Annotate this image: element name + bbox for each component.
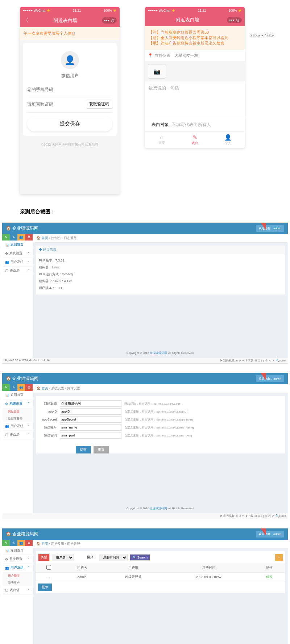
reset-button[interactable]: 重置: [94, 446, 109, 453]
status-right: 100% ⚡: [103, 9, 117, 12]
sb-btn-3[interactable]: 👥: [17, 234, 25, 241]
delete-button[interactable]: 删除: [38, 584, 52, 591]
message-textarea[interactable]: 最想说的一句话: [145, 81, 245, 118]
status-time: 11:21: [73, 9, 81, 12]
tab-profile[interactable]: 👤个人: [211, 134, 245, 146]
config-input[interactable]: [60, 408, 121, 415]
menu-pill[interactable]: •••◎: [102, 17, 117, 24]
phone-screenshot-1: ●●●●● WeChat ⚡ 11:21 100% ⚡ 〈 附近表白墙 •••◎…: [20, 7, 120, 194]
notice-banner: 第一次发布需要填写个人信息: [20, 27, 120, 40]
config-input[interactable]: [60, 416, 121, 423]
info-row: 服务器IP：47.97.4.172: [39, 278, 282, 285]
admin-screenshot-3: 🏠 企业猫源码网 欢迎光临，admin ✎✎👥⚙ 📊返回首页 ⚙系统设置˅ 👥用…: [2, 528, 288, 644]
sidebar-item-wall[interactable]: 🖵表白墙˅: [2, 431, 33, 439]
page-title: 附近表白墙: [29, 17, 102, 24]
sb-btn-4[interactable]: ⚙: [25, 234, 33, 241]
camera-icon: 📷: [153, 68, 161, 75]
config-input[interactable]: [60, 432, 121, 439]
sidebar: ✎✎👥⚙ 📊返回首页 ⚙系统设置˅ 网站设置 数据库备份 👥用户及组˅ 🖵表白墙…: [2, 384, 33, 513]
monitor-icon: 🖵: [5, 433, 8, 437]
info-row: PHP运行方式：fpm-fcgi: [39, 271, 282, 278]
code-input[interactable]: [27, 102, 86, 107]
copyright: ©2022 天环网络科技有限公司 版权所有: [20, 139, 120, 151]
sidebar-item-system[interactable]: ⚙系统设置˅: [2, 555, 33, 564]
back-icon[interactable]: 〈: [23, 17, 29, 24]
admin-screenshot-2: 🏠 企业猫源码网 欢迎光临，admin ✎✎👥⚙ 📊返回首页 ⚙系统设置˅ 网站…: [2, 373, 288, 519]
user-select[interactable]: 用户名: [52, 554, 74, 561]
sidebar-sub-adduser[interactable]: 新增用户: [2, 579, 33, 586]
edit-icon: ✎: [178, 134, 212, 141]
sidebar-item-users[interactable]: 👥用户及组˅: [2, 564, 33, 572]
user-badge[interactable]: 欢迎光临，admin: [256, 531, 284, 538]
camera-upload[interactable]: 📷: [148, 64, 166, 79]
sort-select[interactable]: 注册时间升: [99, 554, 128, 561]
avatar: 👤: [61, 51, 79, 69]
pin-icon: 📍: [148, 53, 153, 58]
tab-home[interactable]: ⌂首页: [145, 134, 178, 146]
monitor-icon: 🖵: [5, 589, 8, 592]
config-input[interactable]: [60, 424, 121, 431]
sidebar-item-users[interactable]: 👥用户及组˅: [2, 258, 33, 267]
tab-confess[interactable]: ✎表白: [178, 134, 212, 146]
gear-icon: ⚙: [5, 402, 8, 406]
table-row: --admin超级管理员2022-09-06 10:57修改: [36, 573, 285, 581]
monitor-icon: 🖵: [5, 269, 8, 273]
page-title: 附近表白墙: [148, 17, 227, 23]
sidebar-item-system[interactable]: ⚙系统设置˅: [2, 249, 33, 258]
username: 微信用户: [27, 73, 112, 79]
target-icon: ◎: [236, 18, 240, 22]
dashboard-icon: 📊: [5, 549, 9, 552]
dots-icon: •••: [104, 18, 109, 23]
info-row: PHP版本：7.3.31: [39, 257, 282, 264]
sidebar-item-users[interactable]: 👥用户及组˅: [2, 422, 33, 431]
user-icon: 👤: [211, 134, 245, 141]
search-button[interactable]: 🔍 Search: [130, 554, 150, 561]
brand: 🏠 企业猫源码网: [6, 531, 38, 537]
sb-btn-2[interactable]: ✎: [10, 234, 17, 241]
get-code-button[interactable]: 获取验证码: [86, 100, 112, 109]
breadcrumb: 🏠 首页 › 用户及组 › 用户管理: [33, 540, 288, 548]
sb-btn-1[interactable]: ✎: [2, 234, 10, 241]
admin-header: 🏠 企业猫源码网 欢迎光临，admin: [2, 373, 288, 384]
breadcrumb: 🏠 首页 › 控制台 › 日志番号: [33, 234, 288, 243]
target-row[interactable]: 表白对象不填写代表向所有人: [145, 118, 245, 131]
status-left: ●●●●● WeChat ⚡: [23, 9, 50, 12]
phone-screenshot-2: ●●●●● WeChat ⚡ 11:21 100% ⚡ 附近表白墙 •••◎ 【…: [145, 7, 245, 148]
status-bar: ●●●●● WeChat ⚡ 11:21 100% ⚡: [145, 7, 245, 14]
type-button[interactable]: 类型: [38, 553, 50, 561]
add-button[interactable]: +: [275, 554, 283, 561]
info-row: 程序版本：1.0.1: [39, 285, 282, 292]
gear-icon: ⚙: [5, 252, 8, 255]
sidebar-item-system[interactable]: ⚙系统设置˅: [2, 400, 33, 408]
footer: Copyright © 2016 企业猫源码网 All Rights Reser…: [33, 503, 288, 513]
submit-button[interactable]: 提交保存: [27, 116, 112, 131]
menu-pill[interactable]: •••◎: [227, 17, 242, 23]
sidebar-sub-site[interactable]: 网站设置: [2, 408, 33, 415]
submit-button[interactable]: 提交: [76, 446, 91, 453]
sidebar-sub-db[interactable]: 数据库备份: [2, 415, 33, 422]
location-row[interactable]: 📍当前位置 火星网友一枚: [145, 50, 245, 61]
sidebar-item-wall[interactable]: 🖵表白墙˅: [2, 267, 33, 275]
users-icon: 👥: [5, 260, 9, 264]
target-icon: ◎: [111, 18, 115, 23]
tab-bar: ⌂首页 ✎表白 👤个人: [145, 131, 245, 148]
dimension-label: 320px × 456px: [249, 33, 276, 38]
sidebar-item-home[interactable]: 📊返回首页: [2, 546, 33, 555]
user-badge[interactable]: 欢迎光临，admin: [256, 375, 284, 382]
phone-input[interactable]: [27, 87, 112, 92]
sidebar-sub-usermgmt[interactable]: 用户管理: [2, 572, 33, 579]
panel-title: ◆ 站点信息: [36, 246, 285, 254]
home-icon: ⌂: [145, 134, 178, 141]
nav-bar: 〈 附近表白墙 •••◎: [20, 14, 120, 27]
sidebar-item-home[interactable]: 📊返回首页: [2, 391, 33, 400]
sidebar: ✎✎👥⚙ 📊返回首页 ⚙系统设置˅ 👥用户及组˅ 🖵表白墙˅: [2, 234, 33, 358]
sidebar-item-wall[interactable]: 🖵表白墙˅: [2, 586, 33, 595]
search-bar: 类型 用户名 排序： 注册时间升 🔍 Search +: [36, 551, 285, 563]
edit-link[interactable]: 修改: [266, 575, 273, 578]
dashboard-icon: 📊: [5, 243, 9, 247]
config-input[interactable]: [60, 400, 121, 407]
sidebar: ✎✎👥⚙ 📊返回首页 ⚙系统设置˅ 👥用户及组˅ 用户管理 新增用户 🖵表白墙˅: [2, 540, 33, 644]
sidebar-item-home[interactable]: 📊返回首页: [2, 241, 33, 249]
user-badge[interactable]: 欢迎光临，admin: [256, 225, 284, 232]
select-all-checkbox[interactable]: [46, 565, 51, 570]
